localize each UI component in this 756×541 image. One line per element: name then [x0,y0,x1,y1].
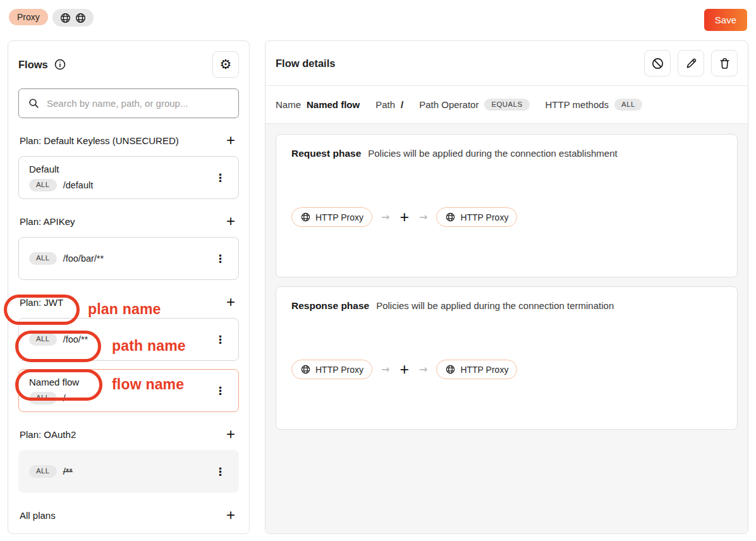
arrow-icon: → [419,211,427,223]
flow-path: / [63,393,66,403]
flow-meta-row: Name Named flow Path / Path Operator EQU… [265,86,748,123]
name-value: Named flow [307,99,360,110]
delete-flow-button[interactable] [711,50,738,76]
add-flow-button[interactable]: + [224,133,238,148]
flow-card[interactable]: ALL /foo/** ⋮ [18,318,239,361]
entrypoints-badge [52,9,94,27]
disable-flow-button[interactable] [644,50,671,76]
add-flow-button[interactable]: + [224,214,238,229]
phase-title: Response phase [291,300,369,312]
plan-label: All plans [20,510,56,521]
flows-panel: Flows ⚙ Plan: Default Keyless (UNSECURED… [8,40,250,534]
add-flow-button[interactable]: + [224,508,238,523]
phase-title: Request phase [291,148,361,159]
flow-path: /** [63,466,73,477]
flow-name: Named flow [29,377,79,387]
plan-label: Plan: OAuth2 [20,429,76,440]
flow-details-panel: Flow details Name Named flow Path / Pat [265,40,748,534]
phase-description: Policies will be applied during the conn… [376,300,614,311]
arrow-icon: → [381,363,389,375]
flow-card-disabled[interactable]: ALL /** ⋮ [18,450,239,493]
search-icon [28,97,40,109]
save-button[interactable]: Save [704,9,747,31]
methods-chip: ALL [29,179,57,191]
methods-chip: ALL [29,252,57,265]
plan-section: All plans + [18,508,239,523]
globe-icon [300,212,311,222]
flows-search [18,88,239,118]
methods-chip: ALL [29,333,57,346]
kebab-menu-icon[interactable]: ⋮ [212,332,228,347]
flow-card[interactable]: Default ALL /default ⋮ [18,156,239,199]
add-flow-button[interactable]: + [224,427,238,442]
globe-icon [75,12,87,24]
kebab-menu-icon[interactable]: ⋮ [212,170,228,185]
plan-section: Plan: OAuth2 + ALL /** ⋮ [18,427,239,493]
path-value: / [401,99,403,110]
proxy-badge: Proxy [9,9,48,25]
kebab-menu-icon[interactable]: ⋮ [212,251,228,266]
name-label: Name [276,99,301,110]
add-policy-button[interactable]: + [398,209,410,225]
operator-chip: EQUALS [484,99,529,111]
connector-chip[interactable]: HTTP Proxy [291,360,372,379]
flow-path: /foo/** [63,334,88,344]
search-input[interactable] [47,98,229,109]
flow-card[interactable]: ALL /foo/bar/** ⋮ [18,237,239,280]
phase-description: Policies will be applied during the conn… [368,148,617,159]
trash-icon [718,57,731,70]
info-icon[interactable] [54,58,66,71]
plan-label: Plan: JWT [20,297,63,308]
plan-label: Plan: Default Keyless (UNSECURED) [20,135,179,146]
flow-card-selected[interactable]: Named flow ALL / ⋮ [18,369,239,412]
connector-chip[interactable]: HTTP Proxy [291,207,372,227]
ban-icon [651,57,664,70]
methods-chip: ALL [29,465,57,478]
operator-label: Path Operator [419,99,479,110]
pencil-icon [685,57,698,70]
plan-section: Plan: APIKey + ALL /foo/bar/** ⋮ [18,214,239,280]
flow-name: Default [29,164,93,174]
add-flow-button[interactable]: + [224,295,238,310]
globe-icon [445,364,456,375]
response-phase-card: Response phase Policies will be applied … [276,286,738,430]
plan-section: Plan: JWT + ALL /foo/** ⋮ Named flow ALL… [18,295,239,412]
path-label: Path [375,99,395,110]
edit-flow-button[interactable] [678,50,704,76]
arrow-icon: → [381,211,389,223]
methods-label: HTTP methods [546,99,609,110]
gear-icon: ⚙ [220,58,232,71]
flow-path: /default [63,180,94,190]
kebab-menu-icon[interactable]: ⋮ [212,464,228,479]
connector-chip[interactable]: HTTP Proxy [436,207,517,227]
methods-chip: ALL [29,392,57,404]
plan-label: Plan: APIKey [20,216,75,227]
arrow-icon: → [419,363,427,375]
flows-settings-button[interactable]: ⚙ [212,51,239,78]
kebab-menu-icon[interactable]: ⋮ [212,383,228,398]
globe-icon [59,12,71,24]
flows-title: Flows [18,59,48,71]
plan-section: Plan: Default Keyless (UNSECURED) + Defa… [18,133,239,199]
flow-details-title: Flow details [276,58,335,70]
request-phase-card: Request phase Policies will be applied d… [276,134,738,277]
globe-icon [300,364,311,375]
phase-area: Request phase Policies will be applied d… [265,124,748,533]
add-policy-button[interactable]: + [398,362,410,377]
connector-chip[interactable]: HTTP Proxy [436,360,517,379]
top-bar: Proxy Save [0,0,756,40]
globe-icon [445,212,456,222]
methods-chip: ALL [614,99,642,111]
flow-path: /foo/bar/** [63,253,104,264]
main-layout: Flows ⚙ Plan: Default Keyless (UNSECURED… [0,40,756,534]
